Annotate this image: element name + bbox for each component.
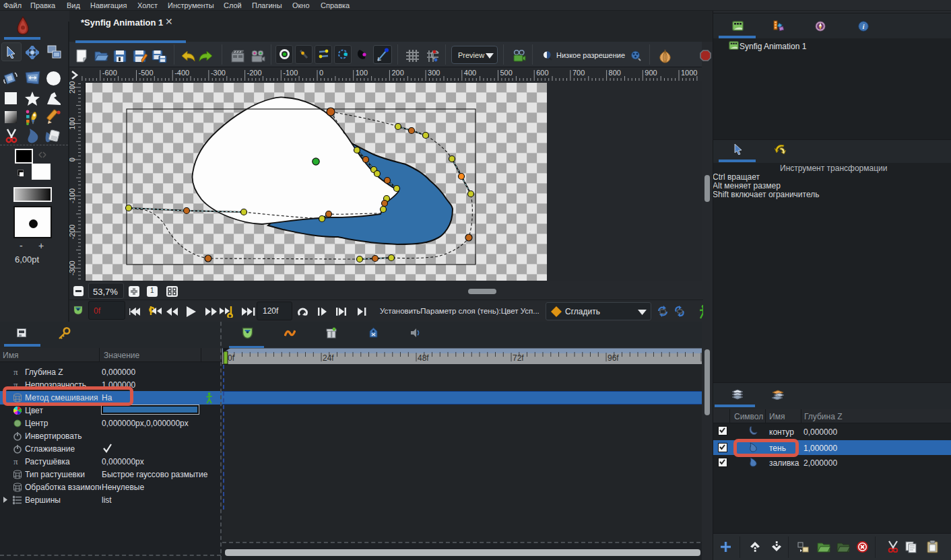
- svg-text:-200: -200: [247, 69, 262, 77]
- svg-text:-500: -500: [139, 69, 154, 77]
- svg-text:400: 400: [464, 69, 476, 77]
- svg-text:0: 0: [319, 69, 323, 77]
- svg-text:-300: -300: [69, 260, 76, 275]
- svg-text:π: π: [13, 368, 18, 376]
- svg-text:200: 200: [391, 69, 403, 77]
- svg-text:300: 300: [428, 69, 440, 77]
- svg-text:96f: 96f: [608, 353, 619, 363]
- svg-text:72f: 72f: [513, 353, 524, 363]
- svg-text:100: 100: [69, 117, 76, 129]
- svg-text:-600: -600: [102, 69, 117, 77]
- svg-text:π: π: [13, 457, 18, 466]
- svg-text:0: 0: [69, 158, 76, 162]
- svg-text:900: 900: [645, 69, 657, 77]
- svg-text:-100: -100: [283, 69, 298, 77]
- svg-text:500: 500: [500, 69, 513, 77]
- svg-text:600: 600: [536, 69, 548, 77]
- svg-text:200: 200: [69, 81, 76, 94]
- svg-text:700: 700: [572, 69, 585, 77]
- svg-text:-200: -200: [69, 225, 76, 240]
- svg-text:1000: 1000: [681, 69, 697, 77]
- svg-text:48f: 48f: [418, 353, 429, 363]
- svg-text:24f: 24f: [323, 353, 334, 363]
- svg-text:-400: -400: [174, 69, 189, 77]
- svg-text:-100: -100: [69, 188, 76, 203]
- svg-text:100: 100: [356, 69, 368, 77]
- svg-text:-300: -300: [211, 69, 226, 77]
- svg-text:800: 800: [609, 69, 621, 77]
